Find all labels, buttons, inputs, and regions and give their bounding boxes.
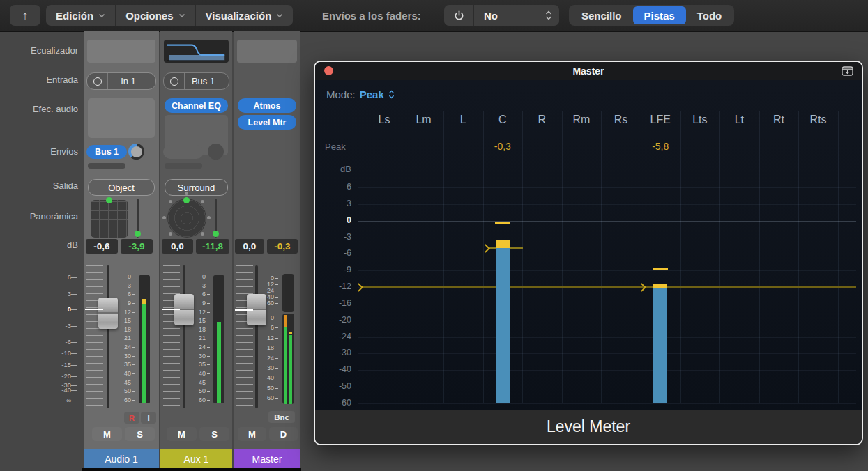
audio-fx-channel-eq[interactable]: Channel EQ — [165, 98, 228, 113]
eq-thumbnail[interactable] — [237, 40, 297, 63]
record-enable-button[interactable]: R — [124, 412, 139, 424]
column-separator — [443, 111, 444, 403]
close-button[interactable] — [324, 66, 333, 75]
track-nameplate[interactable]: Audio 1 — [84, 449, 159, 468]
solo-button[interactable]: S — [199, 427, 229, 441]
solo-button[interactable]: S — [125, 427, 155, 441]
db-gridline — [358, 387, 856, 387]
level-meter-strip — [213, 275, 224, 403]
db-ruler-label: 6 — [68, 273, 71, 281]
sends-mode-select[interactable]: No — [474, 5, 559, 26]
scale-tick-label: 50 — [195, 388, 210, 394]
output-button[interactable]: Surround — [165, 179, 228, 196]
menu-edicion[interactable]: Edición — [46, 5, 116, 26]
meter-channel-label: C — [485, 114, 521, 126]
track-nameplate[interactable]: Aux 1 — [160, 449, 232, 468]
menu-visualizacion[interactable]: Visualización — [196, 5, 294, 26]
db-tick-label: 6 — [319, 182, 351, 192]
gain-value[interactable]: 0,0 — [162, 239, 193, 254]
segment-todo[interactable]: Todo — [686, 6, 733, 24]
reference-arrow-icon — [354, 283, 363, 292]
pan-slider-dot — [135, 231, 141, 237]
logic-mixer-screen: ↑ Edición Opciones Visualización Envíos … — [0, 0, 868, 471]
strips-base-bar — [82, 468, 301, 471]
db-ruler-label: -10 — [61, 349, 71, 357]
audio-fx-level-meter[interactable]: Level Mtr — [238, 115, 296, 130]
column-separator — [562, 111, 563, 403]
db-gridline — [358, 321, 856, 321]
segment-sencillo[interactable]: Sencillo — [570, 6, 633, 24]
mode-label: Mode: — [326, 88, 356, 100]
scale-tick-label: 21 — [120, 335, 135, 341]
pan-position-dot — [183, 197, 190, 203]
plugin-window-titlebar[interactable]: Master — [315, 62, 862, 80]
level-meter-strip — [139, 275, 150, 403]
input-button[interactable]: Bus 1 — [163, 72, 229, 90]
column-separator — [838, 111, 839, 403]
scale-tick-label: 15 — [120, 318, 135, 324]
meter-level-bar — [289, 335, 292, 404]
link-window-icon[interactable] — [842, 66, 853, 79]
mute-button[interactable]: M — [92, 427, 122, 441]
row-label-sends: Envíos — [3, 146, 78, 157]
pan-slider[interactable] — [137, 199, 139, 238]
input-mode-icon — [170, 77, 178, 86]
power-icon — [454, 10, 464, 21]
input-label: Bus 1 — [185, 76, 229, 86]
go-up-button[interactable]: ↑ — [10, 5, 40, 26]
peak-row-label: Peak — [325, 141, 346, 152]
gain-value[interactable]: -0,6 — [86, 239, 118, 254]
scale-tick-label: 0 — [120, 274, 135, 280]
eq-thumbnail[interactable] — [87, 40, 155, 63]
peak-value-c: -0,3 — [485, 141, 521, 152]
mute-button[interactable]: M — [167, 427, 197, 441]
row-label-audio-fx: Efec. audio — [3, 104, 78, 114]
send-slot-empty[interactable] — [163, 145, 204, 159]
menu-label: Visualización — [206, 10, 272, 22]
send-level-knob[interactable] — [208, 144, 224, 160]
db-gridline — [358, 270, 856, 271]
dim-button[interactable]: D — [269, 427, 298, 441]
meter-mode-control[interactable]: Mode: Peak — [326, 88, 395, 100]
level-meter-display: Mode: Peak 630-3-6-9-12-16-20-24-30-40-5… — [315, 80, 862, 412]
object-pan-grid[interactable] — [91, 200, 128, 238]
menu-opciones[interactable]: Opciones — [116, 5, 195, 26]
eq-thumbnail[interactable] — [164, 40, 229, 63]
mixer-toolbar: ↑ Edición Opciones Visualización Envíos … — [0, 0, 868, 32]
pan-slider[interactable] — [215, 199, 217, 238]
peak-value[interactable]: -11,8 — [196, 239, 229, 254]
input-monitor-button[interactable]: I — [141, 412, 156, 424]
channel-strip-master[interactable]: Atmos Level Mtr 0,0 -0,3 012244060 06121… — [234, 31, 300, 469]
input-button[interactable]: In 1 — [86, 72, 156, 90]
send-level-knob[interactable] — [128, 144, 144, 160]
track-nameplate[interactable]: Master — [234, 449, 300, 468]
peak-value-lfe: -5,8 — [642, 141, 678, 152]
peak-value[interactable]: -0,3 — [267, 239, 298, 254]
bounce-button[interactable]: Bnc — [268, 411, 295, 423]
level-meter-plugin-window[interactable]: Master Mode: Peak 630-3-6-9-12-16-20-24-… — [314, 61, 863, 445]
audio-fx-atmos[interactable]: Atmos — [238, 98, 296, 113]
channel-strip-audio1[interactable]: In 1 Bus 1 Object -0,6 -3,9 036912151821… — [84, 31, 159, 469]
mute-button[interactable]: M — [238, 427, 266, 441]
peak-value[interactable]: -3,9 — [121, 239, 153, 254]
scale-tick-label: 35 — [120, 362, 135, 368]
db-tick-label: -20 — [319, 315, 351, 325]
output-button[interactable]: Object — [88, 179, 155, 196]
scale-tick-label: 60 — [263, 395, 278, 401]
reference-arrow-icon — [637, 283, 646, 292]
scale-tick-label: 30 — [120, 353, 135, 360]
send-slot-bus1[interactable]: Bus 1 — [86, 145, 127, 159]
db-ruler-label: -40 — [61, 386, 71, 394]
fader-scale-bottom: 0612182430405060 — [263, 315, 278, 401]
meter-channel-label: Rs — [603, 114, 639, 126]
gain-value[interactable]: 0,0 — [235, 239, 264, 254]
channel-strip-aux1[interactable]: Bus 1 Channel EQ Surround 0,0 -11,8 0369… — [160, 31, 232, 469]
view-filter-segmented-control: Sencillo Pistas Todo — [569, 5, 734, 26]
sends-power-button[interactable] — [444, 5, 474, 26]
meter-level-bar — [284, 327, 287, 404]
meter-level-bar — [142, 304, 146, 403]
volume-fader[interactable] — [98, 298, 118, 329]
audio-fx-slot-empty[interactable] — [88, 98, 155, 138]
surround-pan-knob[interactable] — [167, 199, 206, 238]
segment-pistas[interactable]: Pistas — [633, 6, 686, 24]
